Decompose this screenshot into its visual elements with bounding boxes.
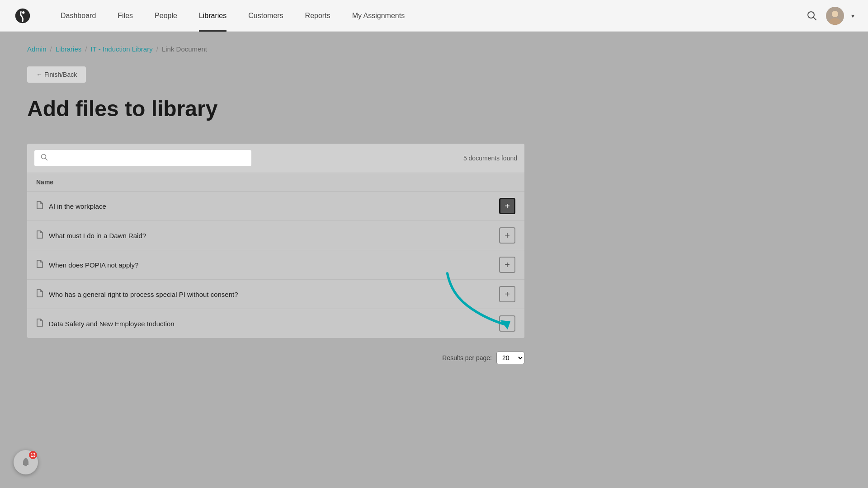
table-row: Who has a general right to process speci… (27, 280, 524, 309)
breadcrumb-sep-1: / (50, 45, 52, 53)
main-content: Admin / Libraries / IT - Induction Libra… (0, 32, 868, 488)
breadcrumb-current: Link Document (162, 45, 207, 53)
nav-links: Dashboard Files People Libraries Custome… (50, 0, 805, 32)
avatar[interactable] (826, 7, 844, 25)
doc-icon (36, 201, 43, 211)
doc-icon (36, 319, 43, 328)
table-row: Data Safety and New Employee Induction + (27, 309, 524, 338)
svg-rect-10 (24, 465, 27, 466)
chevron-down-icon[interactable]: ▾ (851, 12, 854, 19)
doc-name: When does POPIA not apply? (49, 261, 499, 269)
breadcrumb-it-library[interactable]: IT - Induction Library (90, 45, 152, 53)
results-per-page-label: Results per page: (442, 354, 492, 361)
search-bar: 5 documents found (27, 144, 524, 173)
doc-name: Data Safety and New Employee Induction (49, 320, 499, 328)
page-title: Add files to library (27, 96, 841, 121)
doc-icon (36, 260, 43, 270)
notification-button[interactable]: 13 (14, 450, 38, 474)
doc-icon (36, 230, 43, 240)
search-icon[interactable] (805, 9, 819, 23)
table-row: What must I do in a Dawn Raid? + (27, 221, 524, 250)
search-icon-inner (41, 154, 48, 163)
add-button-4[interactable]: + (499, 286, 515, 302)
results-per-page-select[interactable]: 20 10 50 100 (496, 352, 524, 364)
svg-point-1 (22, 11, 24, 14)
doc-name: AI in the workplace (49, 202, 499, 210)
docs-count: 5 documents found (463, 155, 517, 162)
breadcrumb-admin[interactable]: Admin (27, 45, 47, 53)
add-button-1[interactable]: + (499, 198, 515, 214)
results-footer: Results per page: 20 10 50 100 (27, 338, 524, 378)
doc-name: Who has a general right to process speci… (49, 291, 499, 298)
add-button-3[interactable]: + (499, 257, 515, 273)
nav-my-assignments[interactable]: My Assignments (341, 0, 415, 32)
doc-name: What must I do in a Dawn Raid? (49, 232, 499, 239)
table-row: AI in the workplace + (27, 192, 524, 221)
documents-panel: 5 documents found Name AI in the workpla… (27, 144, 524, 338)
nav-customers[interactable]: Customers (237, 0, 294, 32)
doc-icon (36, 289, 43, 299)
navbar: Dashboard Files People Libraries Custome… (0, 0, 868, 32)
table-row: When does POPIA not apply? + (27, 250, 524, 280)
finish-back-button[interactable]: ← Finish/Back (27, 66, 86, 83)
nav-people[interactable]: People (144, 0, 188, 32)
nav-right: ▾ (805, 7, 854, 25)
nav-files[interactable]: Files (107, 0, 144, 32)
nav-reports[interactable]: Reports (294, 0, 341, 32)
breadcrumb-sep-3: / (156, 45, 158, 53)
nav-dashboard[interactable]: Dashboard (50, 0, 107, 32)
nav-libraries[interactable]: Libraries (188, 0, 237, 32)
svg-line-3 (814, 17, 816, 20)
app-logo[interactable] (14, 7, 32, 25)
add-button-2[interactable]: + (499, 227, 515, 244)
svg-line-8 (46, 159, 47, 160)
search-input-wrapper (34, 150, 251, 166)
notification-badge: 13 (29, 451, 37, 459)
table-header: Name (27, 173, 524, 192)
search-input[interactable] (52, 155, 245, 162)
add-button-5[interactable]: + (499, 315, 515, 332)
breadcrumb-sep-2: / (85, 45, 87, 53)
breadcrumb: Admin / Libraries / IT - Induction Libra… (27, 45, 841, 53)
svg-point-5 (832, 11, 838, 17)
breadcrumb-libraries[interactable]: Libraries (56, 45, 82, 53)
